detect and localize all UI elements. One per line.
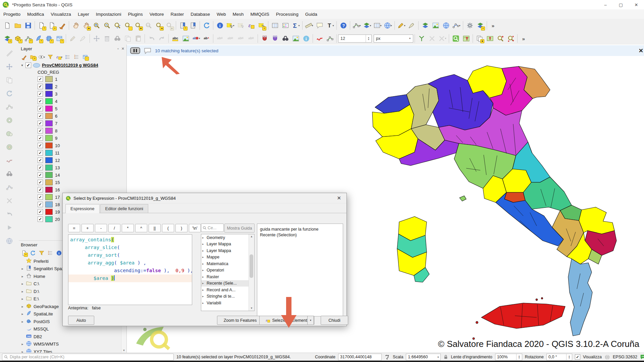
toggle-editing-icon[interactable] [67, 33, 78, 44]
move-feature-icon[interactable] [4, 61, 15, 72]
function-group-stringhe-di-te-[interactable]: ▸Stringhe di te... [201, 293, 254, 300]
add-selected-layers-icon[interactable]: + [20, 249, 28, 257]
island-eolie-1[interactable] [536, 299, 537, 300]
legend-checkbox-11[interactable]: ✓ [38, 150, 43, 156]
reverse-line-icon[interactable] [4, 209, 15, 219]
cad-cross-2-icon[interactable]: ▾ [437, 33, 447, 44]
layout-manager-icon[interactable]: + [47, 20, 57, 31]
operator-button[interactable]: ^ [135, 224, 147, 232]
identify-binoculars-icon[interactable] [280, 33, 290, 44]
function-group-recente-sele-[interactable]: ▸Recente (Sele... [201, 280, 254, 287]
zoom-last-icon[interactable]: ◂ [154, 20, 164, 31]
menu-layer[interactable]: Layer [74, 10, 93, 18]
vertex-tool-icon[interactable] [325, 33, 335, 44]
legend-swatch-20[interactable] [45, 216, 53, 222]
coordinate-input[interactable]: 317000,4400148 [338, 354, 382, 360]
tracing-icon[interactable] [416, 33, 427, 44]
delete-selected-icon[interactable] [102, 33, 112, 44]
move-feature-icon[interactable] [91, 33, 102, 44]
crs-globe-icon[interactable] [604, 354, 610, 360]
style-manager-icon[interactable] [57, 20, 67, 31]
legend-swatch-10[interactable] [45, 142, 53, 148]
save-project-icon[interactable] [23, 20, 33, 31]
copy-features-icon[interactable] [122, 33, 133, 44]
layer-labeling-icon[interactable]: abc [170, 33, 180, 44]
magnifier-spinbox[interactable]: 100% ▲▼ [495, 354, 522, 360]
change-label-icon[interactable]: ab [246, 33, 256, 44]
zoom-out-icon[interactable] [102, 20, 112, 31]
show-help-button[interactable]: Mostra Guida [224, 224, 255, 233]
menu-database[interactable]: Database [187, 10, 213, 18]
menu-raster[interactable]: Raster [167, 10, 187, 18]
zoom-in-icon[interactable] [91, 20, 102, 31]
cad-cross-icon[interactable] [427, 33, 437, 44]
tab-editor-delle-funzioni[interactable]: Editor delle funzioni [100, 204, 148, 213]
close-dialog-button[interactable]: Chiudi [321, 316, 348, 325]
legend-swatch-18[interactable] [45, 201, 53, 207]
paste-features-icon[interactable] [133, 33, 143, 44]
open-layer-styling-icon[interactable] [20, 53, 28, 61]
expand-arrow-icon[interactable]: ▸ [202, 268, 205, 272]
pin-map-icon[interactable] [485, 33, 495, 44]
expand-arrow-icon[interactable]: ▸ [202, 255, 205, 259]
save-edits-icon[interactable] [78, 33, 88, 44]
menu-guida[interactable]: Guida [302, 10, 321, 18]
legend-swatch-2[interactable] [45, 83, 53, 89]
expand-arrow-icon[interactable]: ▸ [202, 236, 205, 239]
show-bookmarks-icon[interactable] [188, 20, 198, 31]
metasearch-icon[interactable] [450, 33, 461, 44]
legend-swatch-7[interactable] [45, 120, 53, 126]
panel-close-icon[interactable]: ✕ [121, 47, 124, 51]
add-ring-icon[interactable] [4, 115, 15, 125]
style-pencil-icon[interactable]: ▾ [396, 20, 407, 31]
legend-checkbox-10[interactable]: ✓ [38, 143, 43, 148]
legend-swatch-15[interactable] [45, 179, 53, 185]
legend-swatch-3[interactable] [45, 91, 53, 97]
legend-checkbox-13[interactable]: ✓ [38, 165, 43, 170]
pan-map-icon[interactable] [70, 20, 81, 31]
label-abc-pin-icon[interactable]: ab [201, 33, 212, 44]
legend-swatch-16[interactable] [45, 187, 53, 193]
panel-float-icon[interactable]: ▫ [117, 47, 119, 51]
label-unit-combobox[interactable]: px▾ [374, 35, 413, 43]
tab-espressione[interactable]: Espressione [65, 204, 100, 213]
close-button[interactable]: ✕ [629, 0, 644, 9]
labeling-options-icon[interactable]: ab▾ [191, 33, 201, 44]
rotation-spinbox[interactable]: 0,0 ° ▲▼ [546, 354, 572, 360]
draw-pen-icon[interactable] [407, 20, 417, 31]
function-group-mappe[interactable]: ▸Mappe [201, 254, 254, 261]
minimize-button[interactable]: – [598, 0, 613, 9]
merge-features-icon[interactable] [4, 182, 15, 192]
toolbar-overflow-2-icon[interactable]: » [519, 33, 529, 44]
crs-value[interactable]: EPSG:32632 [613, 355, 637, 359]
legend-checkbox-20[interactable]: ✓ [38, 217, 43, 222]
operator-button[interactable]: + [82, 224, 94, 232]
offset-curve-icon[interactable] [4, 155, 15, 166]
function-group-operatori[interactable]: ▸Operatori [201, 267, 254, 274]
web-tools-icon[interactable]: ▾ [383, 20, 393, 31]
undo-icon[interactable] [146, 33, 157, 44]
toolbar-overflow-icon[interactable]: » [488, 20, 499, 31]
osm-place-search-icon[interactable] [441, 20, 451, 31]
legend-checkbox-7[interactable]: ✓ [38, 121, 43, 126]
operator-button[interactable]: ) [175, 224, 187, 232]
expand-arrow-icon[interactable]: ▸ [202, 262, 205, 265]
field-calculator-icon[interactable] [280, 20, 290, 31]
menu-web[interactable]: Web [213, 10, 229, 18]
legend-checkbox-17[interactable]: ✓ [38, 194, 43, 200]
extents-toggle-icon[interactable] [384, 354, 390, 360]
function-group-raster[interactable]: ▸Raster [201, 274, 254, 280]
menu-plugins[interactable]: Plugins [124, 10, 146, 18]
zoom-to-layer-icon[interactable] [122, 20, 133, 31]
scale-ruler-icon[interactable] [4, 48, 15, 58]
collapse-all-browser-icon[interactable] [46, 249, 54, 257]
scale-combobox[interactable]: 1:6649560▾ [406, 354, 441, 360]
rotate-label-icon[interactable]: ab [235, 33, 246, 44]
island-eolie-2[interactable] [541, 298, 543, 299]
add-group-icon[interactable]: + [29, 53, 37, 61]
simplify-feature-icon[interactable] [4, 102, 15, 112]
legend-checkbox-9[interactable]: ✓ [38, 135, 43, 141]
new-bookmark-icon[interactable]: * [177, 20, 188, 31]
operator-button[interactable]: '\n' [189, 224, 201, 232]
text-annotation-icon[interactable]: T▾ [325, 20, 335, 31]
